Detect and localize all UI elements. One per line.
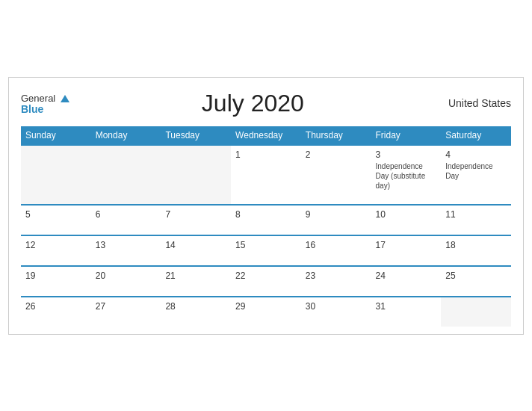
- calendar-day-cell: 11: [441, 205, 511, 235]
- logo-general: General: [21, 92, 69, 104]
- col-tuesday: Tuesday: [161, 126, 231, 145]
- day-number: 21: [165, 271, 226, 281]
- calendar-day-cell: 5: [21, 205, 91, 235]
- day-number: 25: [445, 271, 507, 281]
- day-number: 17: [376, 240, 437, 250]
- calendar-week-row: 123Independence Day (substitute day)4Ind…: [21, 145, 511, 205]
- day-number: 27: [96, 301, 157, 312]
- day-number: 19: [25, 271, 87, 281]
- calendar-week-row: 262728293031: [21, 297, 511, 327]
- logo-triangle-icon: [61, 95, 69, 102]
- day-number: 24: [376, 271, 437, 281]
- day-number: 22: [235, 271, 297, 281]
- calendar-day-cell: 31: [371, 297, 442, 327]
- calendar-week-row: 567891011: [21, 205, 511, 235]
- event-text: Independence Day: [445, 162, 492, 180]
- calendar-day-cell: 30: [301, 297, 371, 327]
- day-number: 6: [96, 209, 157, 220]
- calendar-table: Sunday Monday Tuesday Wednesday Thursday…: [21, 126, 511, 327]
- day-number: 16: [306, 240, 367, 250]
- calendar-day-cell: 28: [161, 297, 231, 327]
- calendar-day-cell: 25: [441, 266, 511, 297]
- logo: General Blue: [21, 92, 69, 114]
- calendar-day-cell: 1: [231, 145, 301, 205]
- day-number: 3: [376, 149, 437, 160]
- day-number: 26: [25, 301, 87, 312]
- day-number: 10: [376, 209, 437, 220]
- month-title: July 2020: [69, 90, 436, 117]
- calendar-header: General Blue July 2020 United States: [21, 90, 511, 117]
- day-number: 30: [306, 301, 367, 312]
- calendar-day-cell: 29: [231, 297, 301, 327]
- day-number: 31: [376, 301, 437, 312]
- calendar-day-cell: 6: [91, 205, 161, 235]
- calendar-day-cell: 21: [161, 266, 231, 297]
- day-number: 7: [165, 209, 226, 220]
- day-number: 28: [165, 301, 226, 312]
- day-number: 8: [235, 209, 297, 220]
- col-wednesday: Wednesday: [231, 126, 301, 145]
- country-label: United States: [436, 97, 511, 109]
- day-number: 12: [25, 240, 87, 250]
- calendar-day-cell: 19: [21, 266, 91, 297]
- calendar-day-cell: 8: [231, 205, 301, 235]
- calendar-day-cell: [161, 145, 231, 205]
- calendar-day-cell: 27: [91, 297, 161, 327]
- col-saturday: Saturday: [441, 126, 511, 145]
- calendar-week-row: 19202122232425: [21, 266, 511, 297]
- calendar-day-cell: 26: [21, 297, 91, 327]
- col-monday: Monday: [91, 126, 161, 145]
- event-text: Independence Day (substitute day): [376, 162, 426, 190]
- col-thursday: Thursday: [301, 126, 371, 145]
- calendar-day-cell: 7: [161, 205, 231, 235]
- calendar-day-cell: 13: [91, 235, 161, 266]
- calendar-day-cell: 17: [371, 235, 442, 266]
- col-sunday: Sunday: [21, 126, 91, 145]
- day-number: 5: [25, 209, 87, 220]
- calendar-body: 123Independence Day (substitute day)4Ind…: [21, 145, 511, 327]
- logo-general-text: General: [21, 93, 55, 104]
- day-number: 23: [306, 271, 367, 281]
- day-number: 13: [96, 240, 157, 250]
- calendar-day-cell: 16: [301, 235, 371, 266]
- calendar-day-cell: 22: [231, 266, 301, 297]
- calendar-day-cell: 24: [371, 266, 442, 297]
- day-number: 20: [96, 271, 157, 281]
- day-number: 14: [165, 240, 226, 250]
- day-number: 2: [306, 149, 367, 160]
- day-number: 18: [445, 240, 507, 250]
- calendar-header-row: Sunday Monday Tuesday Wednesday Thursday…: [21, 126, 511, 145]
- calendar-day-cell: 15: [231, 235, 301, 266]
- calendar-day-cell: 20: [91, 266, 161, 297]
- day-number: 29: [235, 301, 297, 312]
- calendar-day-cell: 2: [301, 145, 371, 205]
- calendar-day-cell: [91, 145, 161, 205]
- calendar-day-cell: 10: [371, 205, 442, 235]
- day-number: 9: [306, 209, 367, 220]
- day-number: 4: [445, 149, 507, 160]
- calendar-day-cell: 12: [21, 235, 91, 266]
- calendar-day-cell: 23: [301, 266, 371, 297]
- logo-blue-text: Blue: [21, 104, 69, 114]
- day-number: 1: [235, 149, 297, 160]
- day-number: 15: [235, 240, 297, 250]
- calendar-day-cell: [21, 145, 91, 205]
- calendar-day-cell: 14: [161, 235, 231, 266]
- calendar-day-cell: 18: [441, 235, 511, 266]
- day-number: 11: [445, 209, 507, 220]
- calendar-day-cell: [441, 297, 511, 327]
- col-friday: Friday: [371, 126, 442, 145]
- calendar-day-cell: 4Independence Day: [441, 145, 511, 205]
- calendar-day-cell: 9: [301, 205, 371, 235]
- calendar-week-row: 12131415161718: [21, 235, 511, 266]
- calendar-day-cell: 3Independence Day (substitute day): [371, 145, 442, 205]
- calendar-wrapper: General Blue July 2020 United States Sun…: [8, 77, 524, 335]
